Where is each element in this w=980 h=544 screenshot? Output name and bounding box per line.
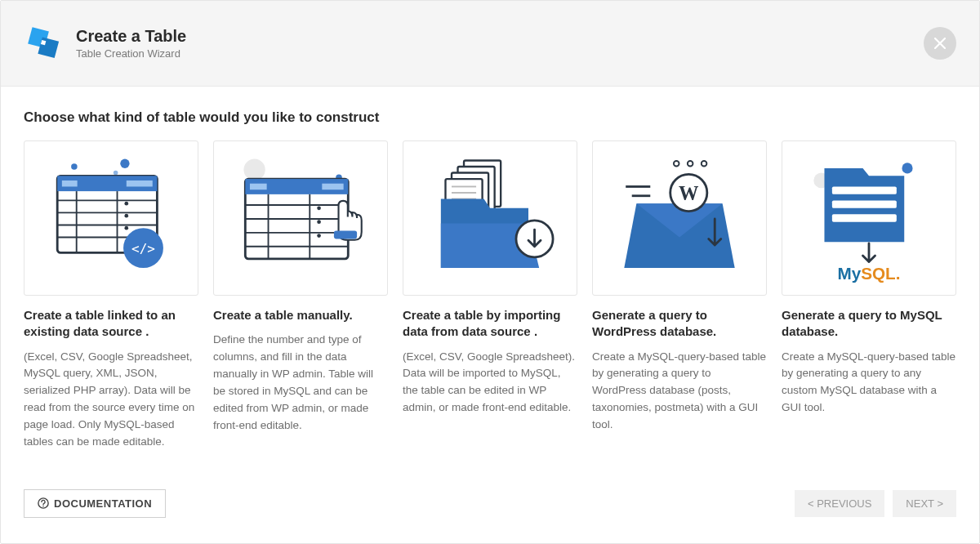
help-icon — [38, 497, 49, 509]
option-illustration-import — [403, 140, 577, 296]
svg-point-47 — [674, 161, 679, 167]
svg-rect-36 — [334, 231, 357, 239]
svg-point-4 — [120, 159, 129, 168]
wizard-subtitle: Table Creation Wizard — [76, 47, 186, 60]
svg-point-54 — [902, 163, 912, 173]
option-card-linked-source[interactable]: </> Create a table linked to an existing… — [24, 140, 198, 451]
wizard-header: Create a Table Table Creation Wizard — [1, 1, 979, 87]
option-description: (Excel, CSV, Google Spreadsheet, MySQL q… — [24, 349, 198, 452]
svg-point-33 — [317, 206, 321, 210]
option-illustration-linked-source: </> — [24, 140, 198, 296]
svg-text:W: W — [679, 182, 699, 204]
svg-point-3 — [71, 163, 78, 170]
close-button[interactable] — [924, 27, 956, 60]
svg-text:</>: </> — [131, 241, 155, 256]
svg-point-21 — [243, 159, 265, 181]
option-illustration-wordpress: W — [592, 140, 767, 296]
svg-rect-26 — [322, 184, 343, 190]
svg-point-34 — [317, 220, 321, 224]
wizard-footer: DOCUMENTATION < PREVIOUS NEXT > — [1, 479, 979, 543]
option-card-mysql-query[interactable]: MySQL. Generate a query to MySQL databas… — [782, 140, 956, 451]
option-description: (Excel, CSV, Google Spreadsheet). Data w… — [403, 349, 577, 417]
wizard-logo-icon — [27, 26, 61, 60]
option-description: Create a MySQL-query-based table by gene… — [782, 349, 956, 417]
option-illustration-manual — [213, 140, 388, 296]
svg-point-48 — [688, 161, 693, 167]
svg-point-35 — [317, 234, 321, 238]
option-title: Create a table linked to an existing dat… — [24, 307, 198, 341]
svg-point-49 — [702, 161, 707, 167]
documentation-label: DOCUMENTATION — [54, 497, 152, 510]
option-description: Create a MySQL-query-based table by gene… — [592, 349, 767, 435]
svg-rect-57 — [832, 200, 897, 207]
svg-point-18 — [124, 226, 128, 230]
option-title: Generate a query to WordPress database. — [592, 307, 767, 341]
svg-point-61 — [42, 506, 44, 507]
option-card-import[interactable]: Create a table by importing data from da… — [403, 140, 577, 451]
close-icon — [934, 38, 946, 49]
svg-rect-25 — [250, 184, 267, 190]
wizard-header-text: Create a Table Table Creation Wizard — [76, 27, 186, 60]
option-card-list: </> Create a table linked to an existing… — [24, 140, 956, 451]
wizard-dialog: Create a Table Table Creation Wizard Cho… — [0, 0, 980, 544]
svg-point-5 — [114, 171, 118, 176]
svg-rect-58 — [832, 214, 897, 221]
option-title: Create a table manually. — [213, 307, 388, 323]
svg-rect-56 — [832, 186, 897, 194]
option-card-wordpress-query[interactable]: W Generate a query to WordPress database… — [592, 140, 767, 451]
previous-button[interactable]: < PREVIOUS — [795, 490, 884, 517]
next-button[interactable]: NEXT > — [893, 490, 956, 517]
option-title: Create a table by importing data from da… — [403, 307, 577, 341]
option-description: Define the number and type of columns, a… — [213, 332, 388, 435]
option-title: Generate a query to MySQL database. — [782, 307, 956, 341]
wizard-prompt: Choose what kind of table would you like… — [24, 109, 956, 126]
svg-point-16 — [124, 202, 128, 206]
documentation-button[interactable]: DOCUMENTATION — [24, 489, 166, 518]
svg-rect-8 — [62, 181, 78, 187]
option-card-manual[interactable]: Create a table manually. Define the numb… — [213, 140, 388, 451]
svg-rect-9 — [127, 181, 153, 187]
wizard-body: Choose what kind of table would you like… — [1, 87, 979, 479]
svg-point-17 — [124, 214, 128, 218]
option-illustration-mysql: MySQL. — [782, 140, 956, 296]
wizard-title: Create a Table — [76, 27, 186, 46]
svg-text:MySQL.: MySQL. — [838, 264, 901, 283]
